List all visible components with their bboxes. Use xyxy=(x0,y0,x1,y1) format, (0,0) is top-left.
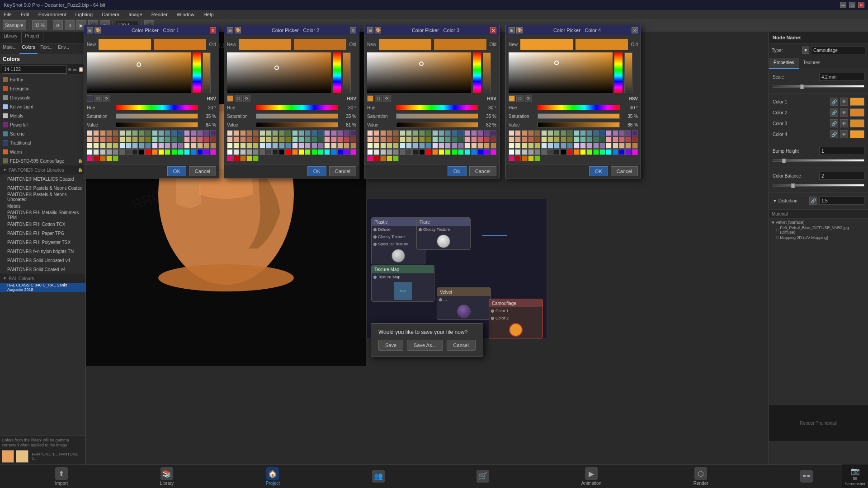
palette-cell[interactable] xyxy=(367,149,373,155)
palette-cell[interactable] xyxy=(210,149,216,155)
screenshot-badge[interactable]: 📷 58 Screenshot xyxy=(842,465,868,488)
palette-cell[interactable] xyxy=(606,130,612,136)
swatch-1[interactable] xyxy=(2,450,14,463)
palette-cell[interactable] xyxy=(292,149,298,155)
palette-cell[interactable] xyxy=(522,130,528,136)
palette-cell[interactable] xyxy=(227,130,233,136)
palette-cell[interactable] xyxy=(266,136,272,142)
palette-cell[interactable] xyxy=(100,149,106,155)
palette-cell[interactable] xyxy=(400,143,406,149)
palette-cell[interactable] xyxy=(554,149,560,155)
palette-cell[interactable] xyxy=(373,130,379,136)
palette-cell[interactable] xyxy=(547,149,553,155)
palette-cell[interactable] xyxy=(266,149,272,155)
palette-cell[interactable] xyxy=(509,155,514,161)
menu-lighting[interactable]: Lighting xyxy=(73,12,94,17)
palette-cell[interactable] xyxy=(233,149,239,155)
palette-cell[interactable] xyxy=(528,143,534,149)
palette-cell[interactable] xyxy=(210,130,216,136)
palette-cell[interactable] xyxy=(253,143,259,149)
palette-cell[interactable] xyxy=(613,149,618,155)
palette-cell[interactable] xyxy=(412,136,418,142)
list-item-solid-coated[interactable]: PANTONE® Solid Coated-v4 xyxy=(0,265,85,274)
palette-cell[interactable] xyxy=(158,143,164,149)
cp2-icon2[interactable]: 🎨 xyxy=(235,27,241,33)
palette-cell[interactable] xyxy=(534,155,540,161)
cp3-hue-bar[interactable] xyxy=(473,52,481,93)
color2-link-btn[interactable]: 🔗 xyxy=(830,108,838,117)
palette-cell[interactable] xyxy=(158,149,164,155)
cp2-gradient-area[interactable] xyxy=(227,52,331,93)
palette-cell[interactable] xyxy=(119,149,125,155)
palette-cell[interactable] xyxy=(165,136,170,142)
list-item-pantone-metallics[interactable]: PANTONE® METALLICS Coated xyxy=(0,174,85,183)
cp4-gradient-area[interactable] xyxy=(509,52,613,93)
palette-cell[interactable] xyxy=(93,155,99,161)
palette-cell[interactable] xyxy=(87,143,93,149)
list-item-earthy[interactable]: Earthy xyxy=(0,75,85,84)
palette-cell[interactable] xyxy=(266,130,272,136)
palette-cell[interactable] xyxy=(484,143,490,149)
swatch-2[interactable] xyxy=(16,450,28,463)
bottom-vr[interactable]: 👓 xyxy=(800,470,813,483)
palette-cell[interactable] xyxy=(534,130,540,136)
palette-cell[interactable] xyxy=(580,130,586,136)
cp2-val-slider[interactable] xyxy=(256,122,338,127)
palette-cell[interactable] xyxy=(412,143,418,149)
palette-cell[interactable] xyxy=(593,143,599,149)
palette-cell[interactable] xyxy=(152,143,158,149)
palette-cell[interactable] xyxy=(484,149,490,155)
palette-cell[interactable] xyxy=(253,136,259,142)
color4-link-btn[interactable]: 🔗 xyxy=(830,130,838,138)
palette-cell[interactable] xyxy=(285,143,291,149)
palette-cell[interactable] xyxy=(119,136,125,142)
cp1-close-btn[interactable]: ✕ xyxy=(210,27,216,33)
palette-cell[interactable] xyxy=(464,149,470,155)
palette-cell[interactable] xyxy=(515,149,521,155)
palette-cell[interactable] xyxy=(227,143,233,149)
cp4-icon1[interactable]: ⊞ xyxy=(509,27,515,33)
palette-cell[interactable] xyxy=(606,136,612,142)
save-btn[interactable]: Save xyxy=(378,340,403,351)
palette-cell[interactable] xyxy=(227,149,233,155)
palette-cell[interactable] xyxy=(509,136,514,142)
palette-cell[interactable] xyxy=(541,143,547,149)
palette-cell[interactable] xyxy=(240,136,246,142)
palette-cell[interactable] xyxy=(406,130,412,136)
list-item-metals[interactable]: Metals xyxy=(0,111,85,120)
list-item-powerful[interactable]: Powerful xyxy=(0,120,85,129)
palette-cell[interactable] xyxy=(458,136,464,142)
palette-cell[interactable] xyxy=(625,136,631,142)
palette-cell[interactable] xyxy=(419,143,425,149)
bottom-render[interactable]: ⬡ Render xyxy=(693,467,708,486)
list-item-kelvin[interactable]: Kelvin Light xyxy=(0,102,85,111)
palette-cell[interactable] xyxy=(554,130,560,136)
cp2-hex-btn[interactable]: ⬡ xyxy=(235,95,242,102)
cp2-hue-bar[interactable] xyxy=(333,52,341,93)
palette-cell[interactable] xyxy=(227,136,233,142)
palette-cell[interactable] xyxy=(541,136,547,142)
palette-cell[interactable] xyxy=(613,130,618,136)
cp2-icon1[interactable]: ⊞ xyxy=(227,27,233,33)
palette-cell[interactable] xyxy=(471,149,477,155)
palette-cell[interactable] xyxy=(477,149,483,155)
palette-cell[interactable] xyxy=(324,136,330,142)
palette-cell[interactable] xyxy=(266,143,272,149)
cp3-hue-slider[interactable] xyxy=(396,105,478,110)
palette-cell[interactable] xyxy=(132,130,138,136)
palette-cell[interactable] xyxy=(599,136,605,142)
cp4-sat-slider[interactable] xyxy=(538,113,620,119)
palette-cell[interactable] xyxy=(139,136,145,142)
palette-cell[interactable] xyxy=(113,155,118,161)
palette-cell[interactable] xyxy=(373,149,379,155)
startup-dropdown[interactable]: Startup ▼ xyxy=(3,20,26,30)
color1-link-btn[interactable]: 🔗 xyxy=(830,98,838,106)
palette-cell[interactable] xyxy=(233,155,239,161)
distortion-link-btn[interactable]: 🔗 xyxy=(809,197,817,205)
cp3-refresh-btn[interactable]: ⟳ xyxy=(383,95,391,102)
palette-cell[interactable] xyxy=(106,149,112,155)
palette-cell[interactable] xyxy=(393,136,399,142)
list-item-serene[interactable]: Serene xyxy=(0,129,85,138)
cp4-close-btn[interactable]: ✕ xyxy=(632,27,638,33)
palette-cell[interactable] xyxy=(580,136,586,142)
